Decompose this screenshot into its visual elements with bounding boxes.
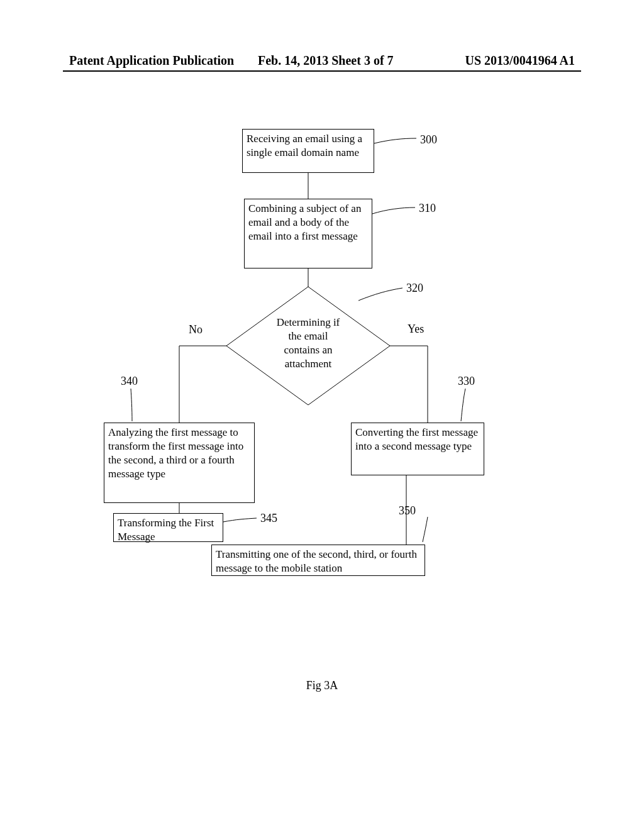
process-text: Transmitting one of the second, third, o… [216, 548, 417, 574]
process-box-340: Analyzing the first message to transform… [104, 423, 255, 503]
refnum-350: 350 [399, 504, 416, 517]
refnum-340: 340 [121, 375, 138, 388]
refnum-300: 300 [420, 133, 437, 147]
process-text: Transforming the First Message [118, 517, 214, 543]
refnum-330: 330 [458, 375, 475, 388]
figure-caption: Fig 3A [0, 679, 644, 692]
process-box-350: Transmitting one of the second, third, o… [211, 545, 425, 576]
edge-label-yes: Yes [408, 323, 424, 336]
refnum-310: 310 [419, 202, 436, 215]
refnum-345: 345 [260, 512, 277, 525]
decision-text-content: Determining if the email contains an att… [277, 316, 340, 370]
process-box-345: Transforming the First Message [113, 513, 223, 542]
process-text: Receiving an email using a single email … [247, 133, 362, 158]
flowchart-connectors [0, 0, 644, 830]
process-box-300: Receiving an email using a single email … [242, 129, 374, 173]
process-box-330: Converting the first message into a seco… [351, 423, 484, 475]
edge-label-no: No [189, 323, 203, 336]
flowchart: Receiving an email using a single email … [0, 0, 644, 830]
decision-text-320: Determining if the email contains an att… [270, 316, 346, 371]
refnum-320: 320 [406, 282, 423, 295]
process-text: Converting the first message into a seco… [355, 426, 478, 452]
process-text: Analyzing the first message to transform… [108, 426, 243, 480]
process-box-310: Combining a subject of an email and a bo… [244, 199, 372, 268]
process-text: Combining a subject of an email and a bo… [248, 202, 361, 242]
